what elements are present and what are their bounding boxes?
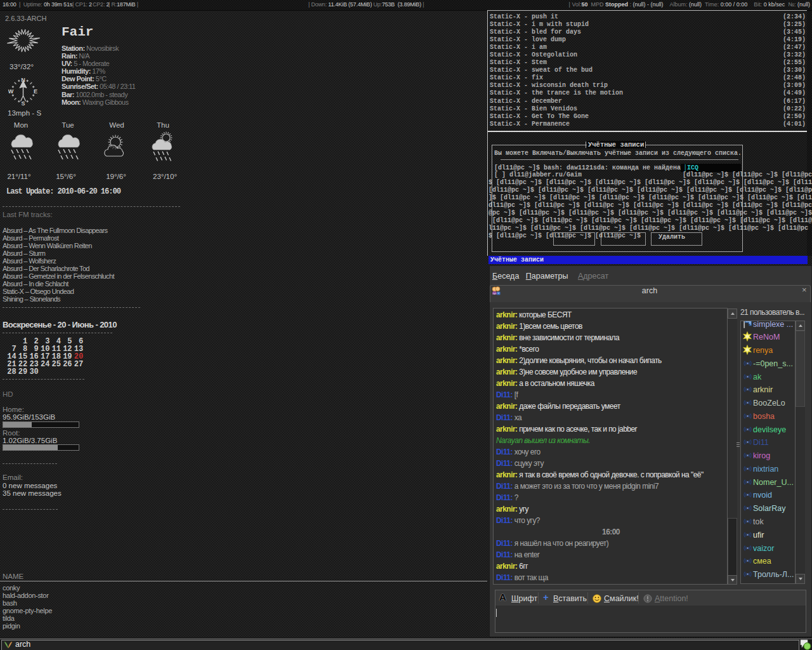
svg-text:W: W: [8, 88, 14, 95]
svg-text:E: E: [34, 88, 37, 95]
svg-text:S: S: [21, 100, 25, 106]
